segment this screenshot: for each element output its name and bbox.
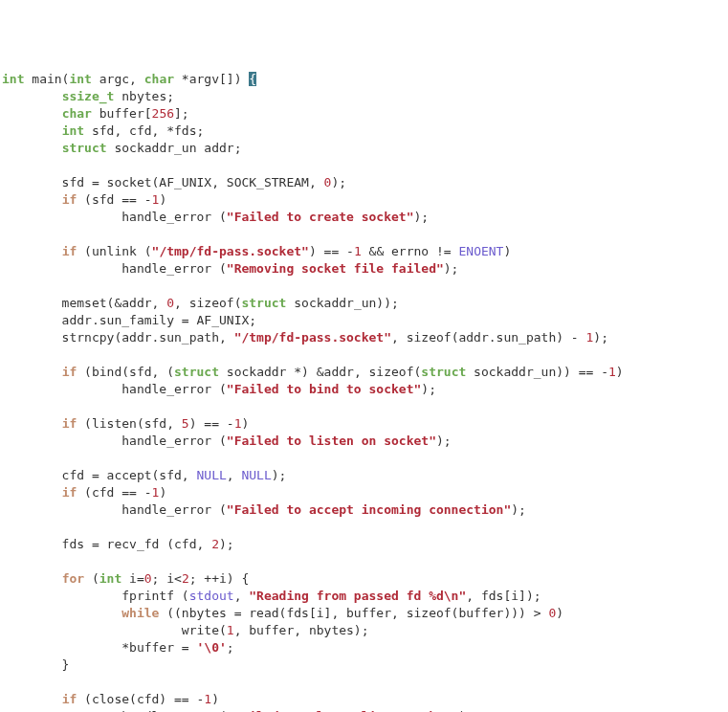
- code-block: int main(int argc, char *argv[]) { ssize…: [2, 71, 726, 712]
- code-token: int: [69, 72, 91, 86]
- code-line: fprintf (stdout, "Reading from passed fd…: [2, 589, 541, 603]
- code-token: [2, 571, 62, 586]
- code-token: }: [2, 657, 69, 672]
- code-token: if: [62, 485, 77, 500]
- code-token: sockaddr *) &addr, sizeof(: [219, 365, 421, 379]
- code-token: buffer[: [92, 106, 152, 121]
- code-token: "Removing socket file failed": [227, 261, 444, 276]
- code-token: , buffer, nbytes);: [234, 623, 369, 637]
- code-token: ,: [227, 468, 242, 482]
- code-token: [2, 485, 62, 500]
- code-token: );: [219, 537, 234, 551]
- code-token: ): [241, 416, 249, 431]
- code-token: ;: [227, 640, 234, 655]
- code-token: ((nbytes = read(fds[i], buffer, sizeof(b…: [159, 606, 548, 620]
- code-token: {: [249, 72, 256, 86]
- code-token: '\0': [197, 640, 227, 655]
- code-token: sockaddr_un));: [286, 296, 398, 310]
- code-token: ; i<: [152, 571, 182, 586]
- code-token: [2, 365, 62, 379]
- code-token: ) == -: [309, 244, 354, 258]
- code-token: 0: [166, 296, 174, 310]
- code-token: );: [511, 502, 526, 517]
- code-line: handle_error ("Failed to create socket")…: [2, 210, 429, 224]
- code-token: ssize_t: [62, 89, 115, 103]
- code-token: 2: [211, 537, 219, 551]
- code-token: addr.sun_family = AF_UNIX;: [2, 313, 256, 327]
- code-token: ENOENT: [458, 244, 503, 258]
- code-token: ): [616, 365, 624, 379]
- code-line: if (unlink ("/tmp/fd-pass.socket") == -1…: [2, 244, 511, 258]
- code-token: struct: [421, 365, 466, 379]
- code-token: 5: [182, 416, 189, 431]
- code-token: );: [413, 210, 429, 224]
- code-token: cfd = accept(sfd,: [2, 468, 197, 482]
- code-token: while: [121, 606, 159, 620]
- code-token: );: [444, 261, 459, 276]
- code-token: [2, 192, 62, 207]
- code-token: "Reading from passed fd: [249, 589, 429, 603]
- code-token: *argv[]): [174, 72, 249, 86]
- code-token: handle_error (: [2, 210, 227, 224]
- code-token: );: [593, 330, 608, 345]
- code-token: memset(&addr,: [2, 296, 166, 310]
- code-token: if: [62, 192, 77, 207]
- code-token: ): [159, 485, 166, 500]
- code-token: strncpy(addr.sun_path,: [2, 330, 234, 345]
- code-token: [2, 106, 62, 121]
- code-token: (: [84, 571, 99, 586]
- code-line: int sfd, cfd, *fds;: [2, 123, 204, 138]
- code-line: handle_error ("Failed to accept incoming…: [2, 502, 526, 517]
- code-line: cfd = accept(sfd, NULL, NULL);: [2, 468, 286, 482]
- code-token: "Failed to listen on socket": [227, 434, 436, 448]
- code-line: handle_error ("Failed to listen on socke…: [2, 434, 452, 448]
- code-token: nbytes;: [114, 89, 174, 103]
- code-token: argc,: [92, 72, 144, 86]
- code-token: , sizeof(: [174, 296, 241, 310]
- code-token: 1: [354, 244, 362, 258]
- code-token: handle_error (: [2, 261, 227, 276]
- code-line: if (cfd == -1): [2, 485, 166, 500]
- code-token: (sfd == -: [77, 192, 151, 207]
- code-token: handle_error (: [2, 382, 227, 396]
- code-token: 0: [144, 571, 152, 586]
- code-token: int: [99, 571, 121, 586]
- code-line: int main(int argc, char *argv[]) {: [2, 72, 256, 86]
- code-token: sockaddr_un)) == -: [466, 365, 608, 379]
- code-token: [2, 89, 62, 103]
- code-token: ): [159, 192, 166, 207]
- code-line: ssize_t nbytes;: [2, 89, 174, 103]
- code-line: char buffer[256];: [2, 106, 189, 121]
- code-token: "Failed to create socket": [227, 210, 414, 224]
- code-token: if: [62, 416, 77, 431]
- code-token: 2: [182, 571, 189, 586]
- code-token: if: [62, 365, 77, 379]
- code-token: stdout: [189, 589, 234, 603]
- code-token: %d\n: [429, 589, 458, 603]
- code-token: fprintf (: [2, 589, 189, 603]
- code-token: write(: [2, 623, 227, 637]
- code-line: handle_error ("Removing socket file fail…: [2, 261, 458, 276]
- code-token: *buffer =: [2, 640, 197, 655]
- code-line: for (int i=0; i<2; ++i) {: [2, 571, 249, 586]
- code-token: 1: [608, 365, 616, 379]
- code-token: struct: [174, 365, 219, 379]
- code-token: ): [556, 606, 563, 620]
- code-line: *buffer = '\0';: [2, 640, 234, 655]
- code-token: NULL: [197, 468, 227, 482]
- code-token: main(: [24, 72, 69, 86]
- code-token: 1: [204, 692, 211, 706]
- code-token: fds = recv_fd (cfd,: [2, 537, 211, 551]
- code-token: sfd, cfd, *fds;: [84, 123, 204, 138]
- code-token: ,: [234, 589, 250, 603]
- code-token: [2, 416, 62, 431]
- code-line: handle_error ("Failed to bind to socket"…: [2, 382, 436, 396]
- code-token: if: [62, 692, 77, 706]
- code-token: int: [62, 123, 84, 138]
- code-token: ];: [174, 106, 189, 121]
- code-line: fds = recv_fd (cfd, 2);: [2, 537, 234, 551]
- code-token: [2, 123, 62, 138]
- code-token: "/tmp/fd-pass.socket": [152, 244, 309, 258]
- code-line: if (close(cfd) == -1): [2, 692, 219, 706]
- code-token: "/tmp/fd-pass.socket": [234, 330, 391, 345]
